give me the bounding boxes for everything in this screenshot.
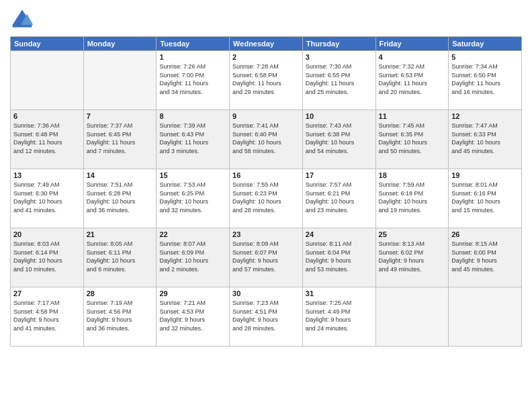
calendar-cell <box>375 287 449 347</box>
day-info: Sunrise: 7:53 AM Sunset: 6:25 PM Dayligh… <box>159 181 226 214</box>
day-number: 8 <box>159 112 226 120</box>
day-info: Sunrise: 7:57 AM Sunset: 6:21 PM Dayligh… <box>306 181 373 214</box>
day-info: Sunrise: 7:49 AM Sunset: 6:30 PM Dayligh… <box>13 181 81 214</box>
day-number: 15 <box>159 171 226 179</box>
day-number: 16 <box>232 171 300 179</box>
calendar-cell: 19Sunrise: 8:01 AM Sunset: 6:16 PM Dayli… <box>449 169 522 228</box>
calendar-row-4: 20Sunrise: 8:03 AM Sunset: 6:14 PM Dayli… <box>11 228 522 287</box>
day-info: Sunrise: 7:25 AM Sunset: 4:49 PM Dayligh… <box>306 299 373 332</box>
day-info: Sunrise: 8:13 AM Sunset: 6:02 PM Dayligh… <box>379 240 446 273</box>
day-info: Sunrise: 7:17 AM Sunset: 4:58 PM Dayligh… <box>13 299 81 332</box>
calendar-cell <box>11 51 84 110</box>
day-info: Sunrise: 7:37 AM Sunset: 6:45 PM Dayligh… <box>87 122 154 155</box>
day-number: 2 <box>232 53 300 61</box>
day-info: Sunrise: 7:39 AM Sunset: 6:43 PM Dayligh… <box>159 122 226 155</box>
day-number: 31 <box>306 289 373 298</box>
day-info: Sunrise: 7:30 AM Sunset: 6:55 PM Dayligh… <box>306 62 373 96</box>
calendar-cell: 26Sunrise: 8:15 AM Sunset: 6:00 PM Dayli… <box>449 228 522 287</box>
day-number: 10 <box>306 112 373 120</box>
calendar-cell: 3Sunrise: 7:30 AM Sunset: 6:55 PM Daylig… <box>302 51 375 110</box>
day-info: Sunrise: 7:23 AM Sunset: 4:51 PM Dayligh… <box>232 299 300 332</box>
calendar-cell: 20Sunrise: 8:03 AM Sunset: 6:14 PM Dayli… <box>11 228 84 287</box>
day-number: 30 <box>232 289 300 298</box>
calendar-cell: 16Sunrise: 7:55 AM Sunset: 6:23 PM Dayli… <box>230 169 303 228</box>
day-number: 24 <box>306 230 373 238</box>
day-number: 14 <box>87 171 154 179</box>
weekday-header-monday: Monday <box>83 37 157 51</box>
calendar-cell: 13Sunrise: 7:49 AM Sunset: 6:30 PM Dayli… <box>11 169 84 228</box>
day-info: Sunrise: 7:55 AM Sunset: 6:23 PM Dayligh… <box>232 181 300 214</box>
calendar-cell: 29Sunrise: 7:21 AM Sunset: 4:53 PM Dayli… <box>157 287 230 347</box>
day-number: 12 <box>451 112 519 120</box>
calendar-cell: 15Sunrise: 7:53 AM Sunset: 6:25 PM Dayli… <box>157 169 230 228</box>
day-info: Sunrise: 8:05 AM Sunset: 6:11 PM Dayligh… <box>87 240 154 273</box>
day-info: Sunrise: 8:07 AM Sunset: 6:09 PM Dayligh… <box>159 240 226 273</box>
day-number: 29 <box>159 289 226 298</box>
calendar-cell: 10Sunrise: 7:43 AM Sunset: 6:38 PM Dayli… <box>302 110 375 169</box>
calendar-cell: 7Sunrise: 7:37 AM Sunset: 6:45 PM Daylig… <box>83 110 157 169</box>
day-number: 26 <box>451 230 519 238</box>
day-number: 9 <box>232 112 300 120</box>
day-info: Sunrise: 7:51 AM Sunset: 6:28 PM Dayligh… <box>87 181 154 214</box>
day-number: 13 <box>13 171 81 179</box>
day-info: Sunrise: 8:15 AM Sunset: 6:00 PM Dayligh… <box>451 240 519 273</box>
day-number: 7 <box>87 112 154 120</box>
calendar-cell: 22Sunrise: 8:07 AM Sunset: 6:09 PM Dayli… <box>157 228 230 287</box>
calendar-cell: 21Sunrise: 8:05 AM Sunset: 6:11 PM Dayli… <box>83 228 157 287</box>
weekday-header-thursday: Thursday <box>302 37 375 51</box>
day-info: Sunrise: 8:11 AM Sunset: 6:04 PM Dayligh… <box>306 240 373 273</box>
day-number: 1 <box>159 53 226 61</box>
day-number: 18 <box>379 171 446 179</box>
svg-rect-2 <box>13 25 32 28</box>
day-info: Sunrise: 7:26 AM Sunset: 7:00 PM Dayligh… <box>159 62 226 96</box>
calendar-cell: 23Sunrise: 8:09 AM Sunset: 6:07 PM Dayli… <box>230 228 303 287</box>
calendar-cell: 2Sunrise: 7:28 AM Sunset: 6:58 PM Daylig… <box>230 51 303 110</box>
day-info: Sunrise: 7:34 AM Sunset: 6:50 PM Dayligh… <box>451 62 519 96</box>
calendar-row-5: 27Sunrise: 7:17 AM Sunset: 4:58 PM Dayli… <box>11 287 522 347</box>
calendar-cell <box>83 51 157 110</box>
day-info: Sunrise: 7:47 AM Sunset: 6:33 PM Dayligh… <box>451 122 519 155</box>
day-info: Sunrise: 7:32 AM Sunset: 6:53 PM Dayligh… <box>379 62 446 96</box>
calendar-row-3: 13Sunrise: 7:49 AM Sunset: 6:30 PM Dayli… <box>11 169 522 228</box>
day-info: Sunrise: 7:59 AM Sunset: 6:18 PM Dayligh… <box>379 181 446 214</box>
day-info: Sunrise: 7:45 AM Sunset: 6:35 PM Dayligh… <box>379 122 446 155</box>
calendar-row-1: 1Sunrise: 7:26 AM Sunset: 7:00 PM Daylig… <box>11 51 522 110</box>
calendar-cell: 12Sunrise: 7:47 AM Sunset: 6:33 PM Dayli… <box>449 110 522 169</box>
day-info: Sunrise: 8:01 AM Sunset: 6:16 PM Dayligh… <box>451 181 519 214</box>
day-info: Sunrise: 7:19 AM Sunset: 4:56 PM Dayligh… <box>87 299 154 332</box>
day-info: Sunrise: 7:36 AM Sunset: 6:48 PM Dayligh… <box>13 122 81 155</box>
calendar-cell: 17Sunrise: 7:57 AM Sunset: 6:21 PM Dayli… <box>302 169 375 228</box>
day-number: 22 <box>159 230 226 238</box>
weekday-header-sunday: Sunday <box>11 37 84 51</box>
logo-icon <box>10 7 34 31</box>
day-number: 11 <box>379 112 446 120</box>
calendar-cell: 31Sunrise: 7:25 AM Sunset: 4:49 PM Dayli… <box>302 287 375 347</box>
day-info: Sunrise: 7:28 AM Sunset: 6:58 PM Dayligh… <box>232 62 300 96</box>
weekday-header-row: SundayMondayTuesdayWednesdayThursdayFrid… <box>11 37 522 51</box>
weekday-header-wednesday: Wednesday <box>230 37 303 51</box>
weekday-header-friday: Friday <box>375 37 449 51</box>
day-info: Sunrise: 8:03 AM Sunset: 6:14 PM Dayligh… <box>13 240 81 273</box>
day-number: 20 <box>13 230 81 238</box>
day-number: 17 <box>306 171 373 179</box>
day-number: 5 <box>451 53 519 61</box>
day-number: 28 <box>87 289 154 298</box>
calendar-cell: 5Sunrise: 7:34 AM Sunset: 6:50 PM Daylig… <box>449 51 522 110</box>
day-number: 6 <box>13 112 81 120</box>
calendar-cell: 9Sunrise: 7:41 AM Sunset: 6:40 PM Daylig… <box>230 110 303 169</box>
calendar-cell <box>449 287 522 347</box>
day-info: Sunrise: 8:09 AM Sunset: 6:07 PM Dayligh… <box>232 240 300 273</box>
day-number: 23 <box>232 230 300 238</box>
day-info: Sunrise: 7:43 AM Sunset: 6:38 PM Dayligh… <box>306 122 373 155</box>
calendar-cell: 27Sunrise: 7:17 AM Sunset: 4:58 PM Dayli… <box>11 287 84 347</box>
weekday-header-saturday: Saturday <box>449 37 522 51</box>
day-number: 25 <box>379 230 446 238</box>
calendar-row-2: 6Sunrise: 7:36 AM Sunset: 6:48 PM Daylig… <box>11 110 522 169</box>
calendar-cell: 18Sunrise: 7:59 AM Sunset: 6:18 PM Dayli… <box>375 169 449 228</box>
calendar-cell: 6Sunrise: 7:36 AM Sunset: 6:48 PM Daylig… <box>11 110 84 169</box>
header <box>10 7 522 31</box>
page: SundayMondayTuesdayWednesdayThursdayFrid… <box>0 0 532 411</box>
calendar-cell: 25Sunrise: 8:13 AM Sunset: 6:02 PM Dayli… <box>375 228 449 287</box>
day-number: 27 <box>13 289 81 298</box>
weekday-header-tuesday: Tuesday <box>157 37 230 51</box>
